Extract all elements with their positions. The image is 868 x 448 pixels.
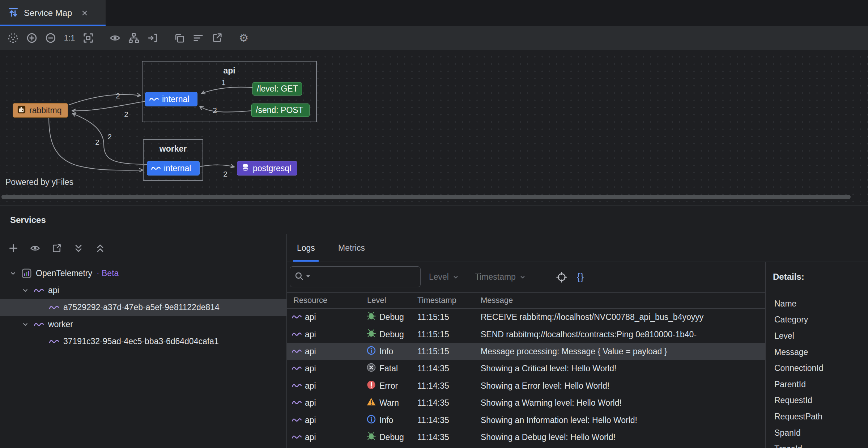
column-header-message: Message [481,292,513,308]
log-message: Showing a Critical level: Hello World! [481,360,765,377]
log-table: Resource Level Timestamp Message apiDebu… [287,234,765,448]
tree-item-api-instance[interactable]: a7529292-a37d-47eb-a5ef-9e81122de814 [0,299,286,316]
column-header-resource: Resource [293,292,327,308]
tab-title: Service Map [24,8,72,18]
service-wave-icon [34,320,44,329]
node-api-internal[interactable]: internal [145,92,197,106]
log-row[interactable]: apiDebug11:14:35Showing a Debug level: H… [287,429,765,446]
fatal-level-icon [366,363,376,375]
edge-label: 2 [116,92,120,100]
log-timestamp: 11:14:35 [417,377,449,394]
tree-item-worker-instance[interactable]: 37191c32-95ad-4ec5-bba3-6d64d04cafa1 [0,333,286,350]
service-map-icon [8,7,19,19]
log-row[interactable]: apiInfo11:15:15Message processing: Messa… [287,343,765,360]
node-postgresql[interactable]: postgresql [237,161,297,176]
layout-hierarchy-icon[interactable] [126,30,142,46]
log-level: Debug [379,330,404,339]
beta-badge: · Beta [97,269,119,278]
opentelemetry-meter-icon [22,269,31,278]
open-in-new-tab-icon[interactable] [50,241,64,255]
services-toolbar [0,234,286,262]
tree-item-api[interactable]: api [0,282,286,299]
diagram-toolbar: 1:1 [0,26,868,50]
node-send-post-label: /send: POST [256,105,303,115]
node-send-post[interactable]: /send: POST [251,103,310,117]
graph-overview-icon[interactable] [5,30,21,46]
export-icon[interactable] [209,30,225,46]
collapse-all-icon[interactable] [93,241,107,255]
log-row[interactable]: apiWarn11:14:35Showing a Warning level: … [287,394,765,411]
log-timestamp: 11:14:35 [417,394,449,411]
details-field: ConnectionId [774,360,824,376]
details-field: Message [774,344,808,360]
log-row[interactable]: apiError11:14:35Showing a Error level: H… [287,377,765,394]
service-wave-icon [49,303,59,312]
warn-level-icon [366,397,376,409]
details-field: RequestPath [774,409,822,425]
log-row[interactable]: apiInfo11:14:35Showing an Information le… [287,411,765,428]
services-header-bar: Services [0,206,868,234]
expand-all-icon[interactable] [72,241,85,255]
rabbitmq-icon [17,105,26,116]
chevron-down-icon[interactable] [21,286,30,295]
services-tree-panel: OpenTelemetry · Beta api [0,234,287,448]
node-worker-internal[interactable]: internal [147,161,200,176]
close-icon[interactable] [81,9,89,17]
chevron-down-icon[interactable] [21,320,30,329]
node-level-get[interactable]: /level: GET [252,82,302,96]
fit-content-icon[interactable] [80,30,96,46]
service-map-diagram: api worker rabbitmq internal [0,50,868,206]
tree-item-opentelemetry[interactable]: OpenTelemetry · Beta [0,265,286,282]
debug-level-icon [366,431,376,443]
log-resource: api [305,432,316,442]
zoom-in-icon[interactable] [24,30,40,46]
node-rabbitmq[interactable]: rabbitmq [13,103,68,118]
tab-service-map[interactable]: Service Map [0,0,106,26]
filter-list-icon[interactable] [190,30,206,46]
log-resource: api [305,364,316,373]
tree-label: worker [48,320,73,329]
log-timestamp: 11:14:35 [417,429,449,446]
log-row[interactable]: apiFatal11:14:35Showing a Critical level… [287,360,765,377]
tree-label: OpenTelemetry [36,269,92,278]
show-options-icon[interactable] [28,241,42,255]
add-icon[interactable] [7,241,20,255]
edge-label: 2 [95,138,99,147]
actual-size-button[interactable]: 1:1 [61,30,77,46]
log-row[interactable]: apiDebug11:15:15RECEIVE rabbitmq://local… [287,309,765,326]
edge-label: 2 [124,110,128,119]
service-wave-icon [292,347,302,356]
log-timestamp: 11:15:15 [417,326,449,343]
gear-icon[interactable]: ⚙ [236,30,252,46]
log-message: Showing a Debug level: Hello World! [481,429,765,446]
show-hide-icon[interactable] [107,30,123,46]
node-rabbitmq-label: rabbitmq [29,106,61,115]
focus-node-icon[interactable] [145,30,161,46]
service-wave-icon [292,364,302,373]
details-panel: Details: NameCategoryLevelMessageConnect… [765,262,868,448]
service-wave-icon [49,337,59,346]
logs-panel: Logs Metrics Level [287,234,868,448]
info-level-icon [366,414,376,426]
tree-item-worker[interactable]: worker [0,316,286,333]
horizontal-scrollbar[interactable] [1,195,851,199]
details-field: Level [774,328,794,344]
edge-label: 2 [107,132,112,141]
node-level-get-label: /level: GET [257,84,298,94]
log-level: Info [379,415,393,425]
column-header-level: Level [367,292,386,308]
log-row[interactable]: apiDebug11:15:15SEND rabbitmq://localhos… [287,326,765,343]
service-wave-icon [292,312,302,322]
log-resource: api [305,381,316,391]
ide-window: Service Map [0,0,868,448]
column-header-timestamp: Timestamp [417,292,456,308]
details-field: RequestId [774,393,812,409]
log-level: Debug [379,312,404,322]
node-api-internal-label: internal [162,94,189,104]
node-postgresql-label: postgresql [253,164,291,173]
copy-icon[interactable] [171,30,187,46]
chevron-down-icon[interactable] [9,269,17,278]
group-worker-title: worker [144,144,203,154]
debug-level-icon [366,329,376,341]
zoom-out-icon[interactable] [43,30,59,46]
